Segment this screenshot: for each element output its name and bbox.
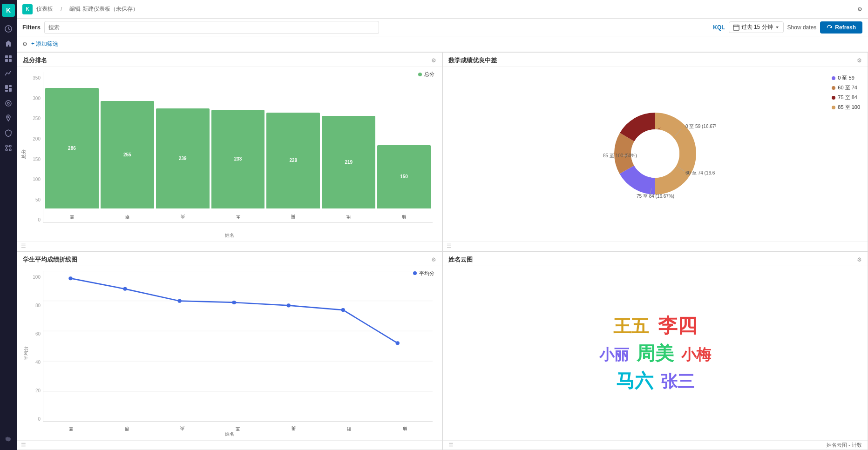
bar-label-4: 王五 <box>235 209 241 222</box>
donut-ann-0-59: 0 至 59 (16.67%) <box>685 124 716 129</box>
filterbar: Filters KQL 过去 15 分钟 Show dates Refresh <box>17 19 868 36</box>
sidebar-icon-visualize[interactable] <box>2 67 15 80</box>
bar-6: 219 <box>322 116 375 208</box>
sidebar-icon-ml[interactable] <box>2 141 15 154</box>
topbar-logo: K <box>22 4 33 14</box>
donut-ann-60-74: 60 至 74 (16.67%) <box>685 170 716 175</box>
panel-wordcloud-header: 姓名云图 ⚙ <box>443 252 868 266</box>
topbar-nav: 仪表板 / 编辑 新建仪表板（未保存） <box>36 5 138 13</box>
search-input[interactable] <box>44 21 379 34</box>
bar-label-1: 董三 <box>69 209 75 222</box>
panel-wordcloud-content: 王五 李四 小丽 周美 小梅 马六 张三 <box>443 266 868 441</box>
nav-dashboard[interactable]: 仪表板 <box>36 5 53 13</box>
svg-rect-8 <box>9 88 12 92</box>
donut-legend: 0 至 59 60 至 74 75 至 84 85 至 100 <box>832 74 860 111</box>
panel-line-gear[interactable]: ⚙ <box>431 256 436 263</box>
panel-donut-footer: ☰ <box>443 242 868 251</box>
donut-ann-85-100: 85 至 100 (50%) <box>603 153 637 158</box>
bar-label-2: 李四 <box>124 209 130 222</box>
time-picker[interactable]: 过去 15 分钟 <box>729 21 784 33</box>
bar-col-4: 233 王五 <box>211 75 265 222</box>
svg-point-36 <box>68 276 72 280</box>
svg-rect-3 <box>5 59 8 62</box>
line-x-axis-title: 姓名 <box>225 431 234 437</box>
wordcloud-area: 王五 李四 小丽 周美 小梅 马六 张三 <box>443 266 868 441</box>
panel-line-footer-icon[interactable]: ☰ <box>21 442 26 449</box>
filterbar2: ⚙ + 添加筛选 <box>17 36 868 52</box>
sidebar-icon-canvas[interactable] <box>2 97 15 110</box>
svg-rect-6 <box>9 85 12 87</box>
wc-word-zhangsan: 张三 <box>661 370 694 393</box>
svg-point-42 <box>396 341 400 345</box>
sidebar-icon-settings[interactable] <box>2 433 15 446</box>
wc-word-wangwu: 王五 <box>613 315 649 338</box>
panel-line-title: 学生平均成绩折线图 <box>23 255 77 264</box>
line-y-ticks: 100806040200 <box>24 275 41 422</box>
panel-wordcloud-gear[interactable]: ⚙ <box>857 256 862 263</box>
panel-donut-gear[interactable]: ⚙ <box>857 57 862 64</box>
topbar: K 仪表板 / 编辑 新建仪表板（未保存） ⚙ <box>17 0 868 19</box>
line-chart-area: 董三 李四 小六 王五 周美 田七 陈梅 <box>43 271 433 422</box>
svg-point-37 <box>123 287 127 290</box>
svg-point-10 <box>7 102 9 104</box>
add-filter-button[interactable]: + 添加筛选 <box>31 40 58 48</box>
legend-85-100: 85 至 100 <box>832 104 860 111</box>
sidebar-icon-maps[interactable] <box>2 112 15 125</box>
svg-point-38 <box>177 299 181 302</box>
svg-rect-2 <box>9 55 12 58</box>
show-dates-button[interactable]: Show dates <box>787 24 817 31</box>
bar-legend: 总分 <box>418 71 434 78</box>
sidebar-icon-home[interactable] <box>2 37 15 50</box>
panel-wordcloud-footer: ☰ 姓名云图 - 计数 <box>443 440 868 450</box>
nav-edit[interactable]: 编辑 新建仪表板（未保存） <box>69 5 138 13</box>
bar-3: 239 <box>156 108 210 208</box>
panel-donut-chart: 数学成绩优良中差 ⚙ 0 至 59 60 至 74 <box>442 52 868 251</box>
panel-bar-footer: ☰ <box>17 242 442 251</box>
bar-chart-area: 286 董三 255 李四 239 小六 233 <box>43 72 433 223</box>
kql-button[interactable]: KQL <box>713 24 725 31</box>
sidebar-icon-security[interactable] <box>2 127 15 140</box>
sidebar: K <box>0 0 17 450</box>
legend-60-74: 60 至 74 <box>832 84 860 91</box>
panel-line-content: 平均分 平均分 100806040200 <box>17 266 442 441</box>
app-logo: K <box>2 4 15 17</box>
wordcloud-subtitle: 姓名云图 - 计数 <box>827 442 862 449</box>
svg-point-26 <box>631 129 679 178</box>
svg-rect-5 <box>5 85 8 89</box>
donut-ann-75-84: 75 至 84 (16.67%) <box>637 194 674 199</box>
bar-5: 229 <box>266 113 320 208</box>
legend-0-59: 0 至 59 <box>832 74 860 81</box>
panel-bar-chart: 总分排名 ⚙ 总分 总分 350300250200150100500 <box>17 52 442 251</box>
bar-legend-label: 总分 <box>424 71 434 78</box>
sidebar-icon-clock[interactable] <box>2 22 15 35</box>
wc-word-xiaoli: 小丽 <box>599 345 629 365</box>
time-range-label: 过去 15 分钟 <box>741 23 773 31</box>
wordcloud-row3: 马六 张三 <box>616 368 694 394</box>
panel-bar-footer-icon[interactable]: ☰ <box>21 243 26 249</box>
refresh-button[interactable]: Refresh <box>820 21 862 34</box>
sidebar-icon-dashboard[interactable] <box>2 82 15 95</box>
panel-line-footer: ☰ <box>17 440 442 450</box>
line-x-labels: 董三 李四 小六 王五 周美 田七 陈梅 <box>43 424 433 434</box>
bar-col-3: 239 小六 <box>156 75 210 222</box>
topbar-settings-icon[interactable]: ⚙ <box>857 6 862 13</box>
bar-col-2: 255 李四 <box>101 75 154 222</box>
panel-wordcloud-footer-icon[interactable]: ☰ <box>448 442 454 449</box>
svg-rect-18 <box>733 25 739 30</box>
panel-bar-header: 总分排名 ⚙ <box>17 53 442 67</box>
filter-settings-icon[interactable]: ⚙ <box>22 41 27 47</box>
svg-rect-7 <box>5 90 8 92</box>
panel-donut-footer-icon[interactable]: ☰ <box>447 243 452 249</box>
donut-chart-area: 0 至 59 (16.67%) 60 至 74 (16.67%) 75 至 84… <box>595 102 716 206</box>
svg-point-40 <box>287 303 291 307</box>
panel-wordcloud-title: 姓名云图 <box>448 255 473 264</box>
svg-point-14 <box>6 149 7 151</box>
sidebar-icon-discover[interactable] <box>2 52 15 65</box>
bar-label-6: 田七 <box>346 209 352 222</box>
bar-col-5: 229 周美 <box>266 75 320 222</box>
wc-word-maliu: 马六 <box>616 368 653 394</box>
panel-bar-gear[interactable]: ⚙ <box>431 57 436 64</box>
bar-col-7: 150 陈梅 <box>377 75 431 222</box>
svg-point-15 <box>9 149 11 151</box>
filter-label: Filters <box>22 24 41 31</box>
